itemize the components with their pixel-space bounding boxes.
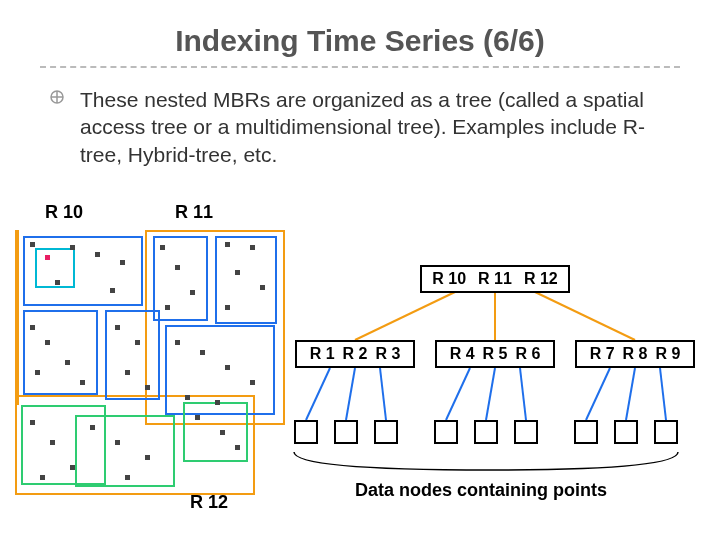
box-r10 <box>15 230 19 405</box>
mid-right-0: R 7 <box>586 345 619 363</box>
mid-left-0: R 1 <box>306 345 339 363</box>
page-title: Indexing Time Series (6/6) <box>0 0 720 66</box>
leaf-1 <box>294 420 318 444</box>
svg-line-11 <box>520 368 526 420</box>
body-text: These nested MBRs are organized as a tre… <box>80 88 645 166</box>
svg-line-8 <box>380 368 386 420</box>
box-r9 <box>183 402 248 462</box>
leaf-8 <box>614 420 638 444</box>
leaf-5 <box>474 420 498 444</box>
svg-line-6 <box>306 368 330 420</box>
mid-left-1: R 2 <box>339 345 372 363</box>
mid-center-1: R 5 <box>479 345 512 363</box>
body-paragraph: These nested MBRs are organized as a tre… <box>80 86 660 168</box>
root-cell-2: R 12 <box>518 270 564 288</box>
bullet-icon <box>50 90 64 104</box>
tree-diagram: R 10 R 11 R 12 R 1 R 2 R 3 R 4 R 5 R 6 R… <box>300 230 720 530</box>
leaf-2 <box>334 420 358 444</box>
tree-mid-center: R 4 R 5 R 6 <box>435 340 555 368</box>
box-r2 <box>23 310 98 395</box>
leaf-3 <box>374 420 398 444</box>
tree-mid-left: R 1 R 2 R 3 <box>295 340 415 368</box>
svg-line-14 <box>660 368 666 420</box>
mid-center-0: R 4 <box>446 345 479 363</box>
diagram-area: R 10 R 11 R 12 <box>0 210 720 540</box>
mbr-diagram <box>15 230 295 510</box>
box-r3 <box>105 310 160 400</box>
root-cell-1: R 11 <box>472 270 518 288</box>
mid-right-1: R 8 <box>619 345 652 363</box>
svg-line-3 <box>355 292 455 340</box>
box-r5 <box>215 236 277 324</box>
svg-line-13 <box>626 368 635 420</box>
leaf-4 <box>434 420 458 444</box>
label-r11: R 11 <box>175 202 213 223</box>
svg-line-9 <box>446 368 470 420</box>
mid-left-2: R 3 <box>371 345 404 363</box>
mid-right-2: R 9 <box>651 345 684 363</box>
svg-line-12 <box>586 368 610 420</box>
svg-line-5 <box>535 292 635 340</box>
title-divider <box>40 66 680 68</box>
tree-root: R 10 R 11 R 12 <box>420 265 570 293</box>
svg-line-7 <box>346 368 355 420</box>
label-r10: R 10 <box>45 202 83 223</box>
leaf-7 <box>574 420 598 444</box>
svg-line-10 <box>486 368 495 420</box>
root-cell-0: R 10 <box>426 270 472 288</box>
leaf-6 <box>514 420 538 444</box>
leaf-caption: Data nodes containing points <box>355 480 607 501</box>
tree-mid-right: R 7 R 8 R 9 <box>575 340 695 368</box>
mid-center-2: R 6 <box>511 345 544 363</box>
leaf-9 <box>654 420 678 444</box>
